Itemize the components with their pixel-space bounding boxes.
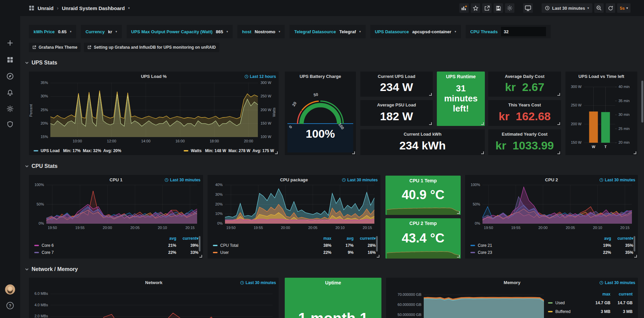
panel-title[interactable]: This Years Cost (488, 102, 561, 107)
panel-title[interactable]: UPS Load % (29, 74, 279, 79)
legend-scrollbar[interactable] (199, 236, 200, 252)
zoom-out-button[interactable] (594, 3, 604, 13)
legend-series-name[interactable]: UPS Load (41, 148, 60, 153)
panel-title[interactable]: CPU 2 Temp (385, 221, 461, 226)
panel-title[interactable]: Uptime (285, 280, 381, 285)
panel-title[interactable]: Estimated Yearly Cost (488, 132, 561, 137)
sidebar-item-server-admin[interactable] (0, 118, 20, 131)
save-button[interactable] (494, 3, 503, 13)
x-axis-tick: 20:00 (273, 226, 297, 230)
sidebar-item-dashboards[interactable] (0, 53, 20, 66)
panel-title[interactable]: UPS Runtime (437, 74, 485, 79)
legend-row: Buffered3 MB3 MB (548, 307, 633, 316)
legend-column-header[interactable]: avg (154, 236, 176, 241)
legend-column-header[interactable]: max (309, 236, 331, 241)
star-button[interactable] (471, 3, 480, 13)
legend-column-header[interactable]: current▾ (354, 236, 376, 241)
sidebar-item-alerting[interactable] (0, 86, 20, 99)
clock-icon (342, 178, 346, 182)
title-caret-icon[interactable]: ▾ (128, 6, 130, 10)
legend-series-name[interactable]: CPU Total (213, 243, 309, 248)
sidebar-item-create[interactable] (0, 36, 20, 50)
legend-scrollbar[interactable] (376, 236, 378, 252)
legend-column-header[interactable]: current▾ (176, 236, 198, 241)
legend-series-name[interactable]: Core 6 (34, 243, 154, 248)
variable-caret-icon: ▾ (227, 30, 228, 33)
panel-time-range[interactable]: Last 30 minutes (599, 178, 635, 182)
panel-time-range[interactable]: Last 30 minutes (165, 178, 200, 182)
dashboard-link[interactable]: Setting up Grafana and InfluxDB for UPS … (84, 43, 219, 52)
alerting-bell-icon (7, 89, 13, 96)
panel-time-range[interactable]: Last 30 minutes (599, 280, 635, 285)
legend-series-name[interactable]: Core 21 (470, 243, 589, 248)
legend-series-name[interactable]: Core 7 (34, 250, 154, 255)
sidebar-item-configuration[interactable] (0, 102, 20, 116)
chart-legend: maxavgcurrent▾CPU Total38%17%28%User22%9… (213, 235, 376, 256)
legend-series-name[interactable]: User (213, 250, 309, 255)
panel-time-range[interactable]: Last 12 hours (244, 74, 276, 79)
legend-column-header[interactable]: current▾ (611, 236, 633, 241)
settings-button[interactable] (505, 3, 514, 13)
variable-input[interactable] (501, 27, 546, 36)
apps-grid-icon[interactable] (29, 5, 34, 11)
panel-time-range[interactable]: Last 30 minutes (240, 280, 276, 285)
legend-series-name[interactable]: Core 23 (470, 250, 589, 255)
variable-kwh_price[interactable]: kWh Price0.65▾ (29, 25, 76, 38)
time-range-picker[interactable]: Last 30 minutes ▾ (542, 3, 592, 13)
refresh-interval-picker[interactable]: 5s ▾ (617, 3, 631, 13)
panel-title[interactable]: UPS Battery Charge (285, 74, 356, 79)
panel-title[interactable]: CPU 1 Temp (385, 178, 461, 183)
section-cpu-stats[interactable]: CPU Stats (25, 163, 57, 169)
legend-value: 35% (611, 250, 633, 255)
variable-ups_datasource[interactable]: UPS Datasourceapcupsd-container▾ (370, 25, 461, 38)
x-axis-tick: 20:05 (558, 226, 583, 230)
panel-title[interactable]: Average PSU Load (360, 102, 433, 107)
legend-column-header[interactable]: avg (331, 236, 354, 241)
legend-column-header[interactable]: current (610, 292, 633, 297)
panel-time-range[interactable]: Last 30 minutes (342, 178, 378, 182)
y-axis-tick: 150 W (571, 140, 582, 144)
legend-series-name[interactable]: Watts (191, 148, 201, 153)
x-axis-tick: 20:05 (123, 226, 147, 230)
time-range-label: Last 12 hours (250, 74, 276, 79)
variable-currency[interactable]: Currencykr▾ (81, 25, 122, 38)
x-axis-tick: 19:55 (504, 226, 528, 230)
legend-row: Core 621%39% (34, 242, 198, 249)
legend-stats: Min: 148 W Max: 278 W Avg: 175 W (204, 148, 274, 153)
add-panel-button[interactable] (459, 3, 469, 13)
variable-host[interactable]: hostNostromo▾ (237, 25, 285, 38)
panel-title[interactable]: Average Daily Cost (488, 74, 561, 79)
legend-series-name[interactable]: Buffered (548, 309, 588, 314)
page-scrollbar[interactable] (641, 81, 643, 123)
legend-column-header[interactable]: max (588, 292, 610, 297)
share-button[interactable] (482, 3, 492, 13)
panel-title[interactable]: Current UPS Load (360, 74, 433, 79)
x-axis-tick: 20:10 (586, 226, 610, 230)
refresh-button[interactable] (606, 3, 615, 13)
variable-telegraf_datasource[interactable]: Telegraf DatasourceTelegraf▾ (289, 25, 365, 38)
cycle-view-button[interactable] (523, 3, 533, 13)
section-ups-stats[interactable]: UPS Stats (25, 60, 57, 66)
dashboard-link[interactable]: Grafana Plex Theme (29, 43, 81, 52)
legend-value: 9% (331, 250, 354, 255)
x-axis-tick: 20:00 (236, 139, 261, 143)
breadcrumb-folder[interactable]: Unraid (38, 5, 54, 11)
sidebar-item-explore[interactable] (0, 70, 20, 83)
sidebar-item-help[interactable]: ? (0, 299, 20, 312)
chart-legend: avgcurrent▾Core 2119%35%Core 2322%35% (470, 235, 633, 256)
legend-series-name[interactable]: Used (548, 301, 588, 305)
variable-cpu_threads[interactable]: CPU Threads (466, 25, 551, 38)
panel-title[interactable]: Current Load kWh (360, 132, 485, 137)
panel-ups-battery-charge: UPS Battery Charge 02050100 100% (285, 72, 356, 155)
y-axis-tick: 30% (41, 94, 48, 98)
panel-title[interactable]: UPS Load vs Time left (565, 74, 637, 79)
clock-icon (599, 281, 603, 285)
legend-scrollbar[interactable] (634, 236, 635, 252)
section-network-memory[interactable]: Network / Memory (25, 266, 78, 272)
user-avatar[interactable] (0, 283, 20, 296)
legend-column-header[interactable]: avg (589, 236, 611, 241)
page-title[interactable]: Unraid System Dashboard (62, 5, 125, 11)
x-axis-tick: 20:15 (355, 226, 379, 230)
gauge-value: 100% (285, 127, 356, 140)
variable-ups_max_output[interactable]: UPS Max Output Power Capacity (Watt)865▾ (127, 25, 233, 38)
